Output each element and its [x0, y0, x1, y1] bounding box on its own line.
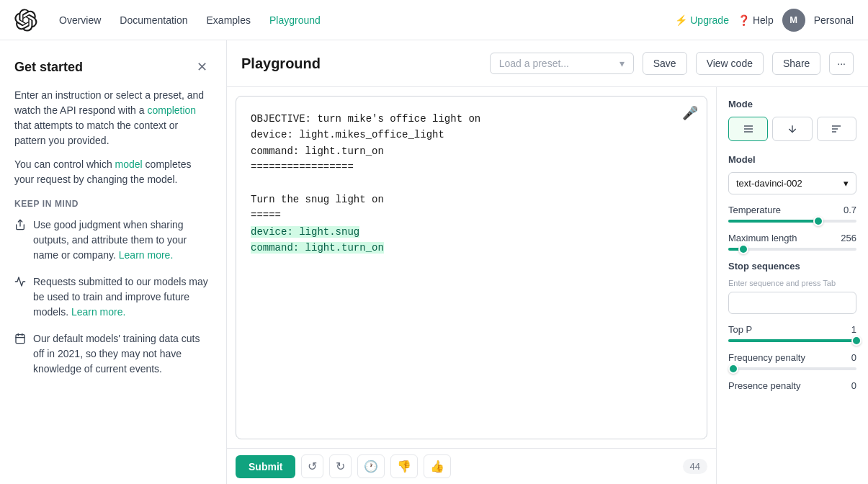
graph-icon — [14, 276, 26, 290]
navbar: Overview Documentation Examples Playgrou… — [0, 0, 868, 40]
mode-label: Mode — [728, 99, 856, 109]
playground-area: Playground Load a preset... ▾ Save View … — [227, 40, 868, 484]
presence-value: 0 — [851, 380, 856, 391]
editor-footer: Submit ↺ ↻ 🕐 👎 👍 44 — [227, 448, 716, 484]
playground-body: OBJECTIVE: turn mike's office light on d… — [227, 87, 868, 484]
stop-sequences-hint: Enter sequence and press Tab — [728, 279, 856, 287]
learn-more-link-0[interactable]: Learn more. — [119, 249, 173, 261]
temperature-fill — [728, 220, 818, 223]
mode-buttons — [728, 117, 856, 141]
max-length-setting: Maximum length 256 — [728, 233, 856, 251]
like-button[interactable]: 👍 — [424, 454, 451, 478]
submit-button[interactable]: Submit — [236, 455, 295, 478]
mode-insert-button[interactable] — [772, 117, 812, 141]
top-p-fill — [728, 339, 856, 342]
microphone-icon[interactable]: 🎤 — [682, 105, 698, 121]
stop-sequences-label: Stop sequences — [728, 261, 856, 272]
temperature-thumb[interactable] — [813, 216, 823, 226]
editor-area: OBJECTIVE: turn mike's office light on d… — [227, 87, 717, 484]
dislike-button[interactable]: 👎 — [390, 454, 418, 478]
sidebar-items: Use good judgment when sharing outputs, … — [14, 218, 212, 377]
nav-right: ⚡ Upgrade ❓ Help M Personal — [675, 9, 854, 32]
view-code-button[interactable]: View code — [696, 52, 764, 75]
sidebar-title: Get started — [14, 60, 83, 75]
playground-title: Playground — [241, 55, 321, 72]
playground-header: Playground Load a preset... ▾ Save View … — [227, 40, 868, 87]
nav-playground[interactable]: Playground — [262, 10, 328, 30]
mode-edit-button[interactable] — [817, 117, 856, 141]
model-dropdown[interactable]: text-davinci-002 ▾ — [728, 172, 856, 194]
mode-complete-button[interactable] — [728, 117, 768, 141]
stop-sequences-setting: Stop sequences Enter sequence and press … — [728, 261, 856, 314]
settings-panel: Mode Model — [717, 87, 868, 484]
editor-content[interactable]: OBJECTIVE: turn mike's office light on d… — [251, 111, 692, 327]
save-button[interactable]: Save — [643, 52, 687, 75]
sidebar-item-text-0: Use good judgment when sharing outputs, … — [33, 218, 212, 263]
presence-setting: Presence penalty 0 — [728, 380, 856, 391]
frequency-value: 0 — [851, 352, 856, 363]
share-icon — [14, 219, 26, 233]
frequency-thumb[interactable] — [728, 364, 738, 374]
max-length-value: 256 — [841, 233, 856, 243]
top-p-value: 1 — [851, 324, 856, 335]
completion-link[interactable]: completion — [147, 104, 196, 116]
temperature-value: 0.7 — [844, 205, 856, 215]
frequency-slider[interactable] — [728, 367, 856, 370]
model-chevron-icon: ▾ — [844, 178, 849, 189]
mode-setting: Mode — [728, 99, 856, 141]
stop-sequences-input[interactable] — [728, 292, 856, 314]
model-link[interactable]: model — [115, 158, 143, 170]
share-button[interactable]: Share — [772, 52, 820, 75]
presence-label: Presence penalty 0 — [728, 380, 856, 391]
calendar-icon — [14, 333, 26, 346]
chevron-down-icon: ▾ — [619, 58, 625, 69]
model-setting: Model text-davinci-002 ▾ — [728, 154, 856, 194]
svg-rect-1 — [16, 335, 24, 344]
model-label: Model — [728, 154, 856, 165]
sidebar-item-text-2: Our default models' training data cuts o… — [33, 331, 212, 377]
max-length-label: Maximum length 256 — [728, 233, 856, 243]
keep-in-mind-label: KEEP IN MIND — [14, 199, 212, 209]
sidebar-intro: Enter an instruction or select a preset,… — [14, 88, 212, 148]
sidebar-item-text-1: Requests submitted to our models may be … — [33, 274, 212, 320]
sidebar-header: Get started ✕ — [14, 58, 212, 76]
list-item: Our default models' training data cuts o… — [14, 331, 212, 377]
temperature-setting: Temperature 0.7 — [728, 205, 856, 223]
help-button[interactable]: ❓ Help — [738, 14, 774, 26]
list-item: Requests submitted to our models may be … — [14, 274, 212, 320]
lightning-icon: ⚡ — [675, 14, 687, 26]
list-item: Use good judgment when sharing outputs, … — [14, 218, 212, 263]
user-avatar[interactable]: M — [782, 9, 805, 32]
temperature-slider[interactable] — [728, 220, 856, 223]
editor-container[interactable]: OBJECTIVE: turn mike's office light on d… — [236, 96, 707, 439]
highlighted-output: device: light.snug command: light.turn_o… — [251, 226, 384, 254]
question-icon: ❓ — [738, 14, 750, 26]
user-name-label[interactable]: Personal — [814, 14, 854, 26]
frequency-setting: Frequency penalty 0 — [728, 352, 856, 370]
max-length-thumb[interactable] — [738, 244, 748, 254]
top-p-label: Top P 1 — [728, 324, 856, 335]
nav-links: Overview Documentation Examples Playgrou… — [52, 10, 328, 30]
frequency-label: Frequency penalty 0 — [728, 352, 856, 363]
undo-button[interactable]: ↺ — [301, 454, 323, 478]
nav-documentation[interactable]: Documentation — [112, 10, 194, 30]
token-count: 44 — [683, 459, 707, 474]
preset-dropdown[interactable]: Load a preset... ▾ — [490, 53, 634, 74]
main-content: Get started ✕ Enter an instruction or se… — [0, 40, 868, 484]
max-length-slider[interactable] — [728, 248, 856, 251]
sidebar-model-text: You can control which model completes yo… — [14, 157, 212, 187]
temperature-label: Temperature 0.7 — [728, 205, 856, 215]
redo-button[interactable]: ↻ — [329, 454, 352, 478]
sidebar: Get started ✕ Enter an instruction or se… — [0, 40, 227, 484]
top-p-thumb[interactable] — [851, 336, 862, 346]
nav-examples[interactable]: Examples — [200, 10, 258, 30]
top-p-slider[interactable] — [728, 339, 856, 342]
learn-more-link-1[interactable]: Learn more. — [71, 306, 125, 318]
more-button[interactable]: ··· — [829, 52, 854, 75]
top-p-setting: Top P 1 — [728, 324, 856, 342]
nav-overview[interactable]: Overview — [52, 10, 108, 30]
close-button[interactable]: ✕ — [192, 58, 212, 76]
openai-logo — [14, 9, 37, 32]
history-button[interactable]: 🕐 — [357, 454, 385, 478]
upgrade-button[interactable]: ⚡ Upgrade — [675, 14, 729, 26]
